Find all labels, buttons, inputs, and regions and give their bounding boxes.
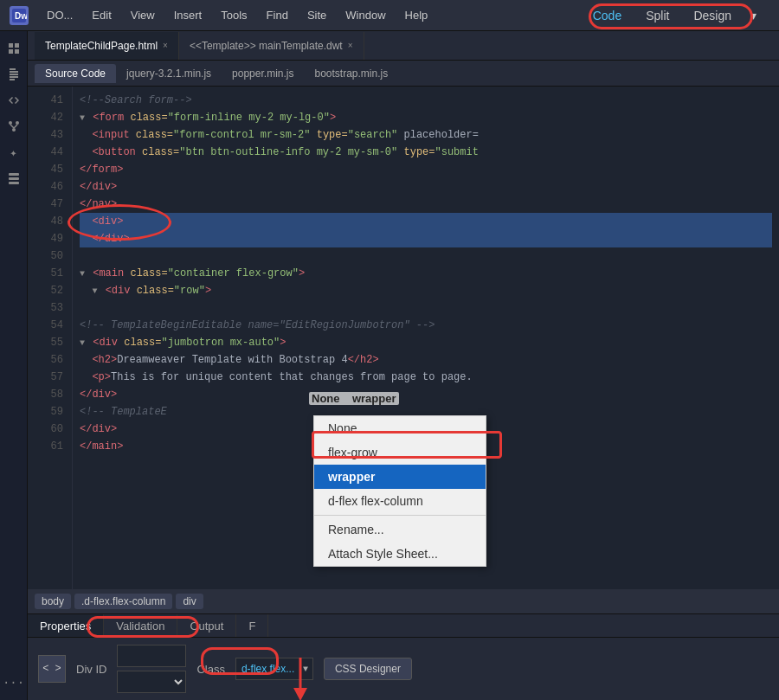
sidebar-icon-files[interactable]: [3, 64, 24, 85]
dropdown-none[interactable]: None: [314, 416, 486, 440]
menu-tools[interactable]: Tools: [212, 5, 255, 25]
attr-43: class=: [136, 129, 173, 141]
sidebar-icon-layers[interactable]: [3, 168, 24, 189]
div-id-select[interactable]: [117, 671, 186, 693]
sidebar-icon-git[interactable]: [3, 116, 24, 137]
div-id-input[interactable]: [117, 645, 186, 667]
status-dflex[interactable]: .d-flex.flex-column: [74, 594, 172, 609]
attr-43b: type=: [317, 129, 348, 141]
attr-55: class=: [124, 337, 161, 349]
code-line-49: </div>: [80, 230, 772, 247]
menu-bar: Dw DO... Edit View Insert Tools Find Sit…: [0, 0, 779, 31]
code-line-47: </nav>: [80, 196, 772, 213]
sidebar-icon-star[interactable]: ✦: [3, 142, 24, 163]
code-line-53: [80, 299, 772, 317]
prop-tab-properties[interactable]: Properties: [28, 614, 104, 637]
linenum-52: 52: [28, 282, 72, 299]
code-view-button[interactable]: Code: [583, 5, 632, 26]
svg-text:Dw: Dw: [15, 11, 27, 21]
prop-tab-f[interactable]: F: [236, 614, 268, 637]
view-dropdown-arrow[interactable]: ▾: [745, 5, 762, 26]
tag-43: <input: [92, 129, 135, 141]
code-line-43: <input class="form-control mr-sm-2" type…: [80, 126, 772, 144]
code-line-46: </div>: [80, 178, 772, 196]
prop-tab-output[interactable]: Output: [177, 614, 236, 637]
prop-tab-validation[interactable]: Validation: [104, 614, 177, 637]
linenum-57: 57: [28, 369, 72, 386]
subtab-bootstrap[interactable]: bootstrap.min.js: [304, 64, 398, 83]
sidebar-icon-code[interactable]: [3, 90, 24, 111]
val-42: "form-inline my-2 my-lg-0": [168, 112, 330, 124]
tab-templatechildpage[interactable]: TemplateChildPage.html ×: [35, 32, 179, 60]
tab-maintemplate[interactable]: <<Template>> mainTemplate.dwt ×: [179, 32, 364, 60]
svg-marker-11: [9, 97, 13, 104]
linenum-43: 43: [28, 126, 72, 144]
status-bar: body .d-flex.flex-column div: [28, 589, 779, 613]
dropdown-rename[interactable]: Rename...: [314, 517, 486, 542]
code-line-57: <p>This is for unique content that chang…: [80, 369, 772, 386]
tag-49: </div>: [92, 233, 129, 245]
code-line-48: <div>: [80, 213, 772, 230]
subtab-jquery[interactable]: jquery-3.2.1.min.js: [116, 64, 222, 83]
menu-insert[interactable]: Insert: [165, 5, 211, 25]
dropdown-d-flex[interactable]: d-flex flex-column: [314, 489, 486, 513]
arrow-55: ▼: [80, 335, 85, 352]
code-line-50: [80, 247, 772, 265]
close-55: >: [280, 337, 286, 349]
menu-view[interactable]: View: [122, 5, 164, 25]
status-div[interactable]: div: [176, 594, 203, 609]
split-view-button[interactable]: Split: [635, 5, 679, 26]
subtab-sourcecode[interactable]: Source Code: [35, 64, 116, 83]
design-view-button[interactable]: Design: [683, 5, 742, 26]
svg-rect-8: [10, 74, 18, 75]
svg-rect-3: [15, 43, 19, 48]
line-numbers: 41 42 43 44 45 46 47 48 49 50 51 52 53 5…: [28, 87, 73, 589]
html-code-button[interactable]: < >: [38, 655, 66, 683]
div-id-label: Div ID: [76, 663, 106, 676]
menu-edit[interactable]: Edit: [83, 5, 119, 25]
val-44: "btn btn-outline-info my-2 my-sm-0": [179, 146, 403, 158]
val-44b: "submit: [435, 146, 479, 158]
code-line-55: ▼ <div class="jumbotron mx-auto">: [80, 334, 772, 351]
arrow-42: ▼: [80, 110, 85, 127]
attr-51: class=: [130, 267, 167, 279]
tag-47: </nav>: [80, 198, 117, 210]
code-line-54: <!-- TemplateBeginEditable name="EditReg…: [80, 317, 772, 334]
menu-site[interactable]: Site: [299, 5, 335, 25]
linenum-61: 61: [28, 438, 72, 455]
linenum-42: 42: [28, 109, 72, 126]
subtab-popper[interactable]: popper.min.js: [222, 64, 304, 83]
attr-52: class=: [137, 285, 174, 297]
menu-help[interactable]: Help: [396, 5, 437, 25]
status-body[interactable]: body: [35, 594, 71, 609]
dropdown-attach[interactable]: Attach Style Sheet...: [314, 542, 486, 566]
text-57: This is for unique content that changes …: [111, 371, 473, 383]
class-select[interactable]: d-flex flex...: [235, 658, 313, 680]
sidebar-icon-home[interactable]: [3, 38, 24, 59]
tag-45: </form>: [80, 164, 123, 176]
sidebar-more[interactable]: ···: [3, 672, 24, 693]
tab-close-1[interactable]: ×: [348, 41, 353, 50]
tag-46: </div>: [80, 181, 117, 193]
class-dropdown-menu[interactable]: None flex-grow wrapper d-flex flex-colum…: [313, 415, 486, 567]
linenum-48: 48: [28, 213, 72, 230]
comment-41: <!--Search form-->: [80, 94, 192, 106]
code-line-41: <!--Search form-->: [80, 92, 772, 109]
div-id-field-wrapper: [117, 645, 186, 693]
tab-label-1: <<Template>> mainTemplate.dwt: [190, 40, 343, 52]
dropdown-flex-grow[interactable]: flex-grow: [314, 440, 486, 465]
linenum-50: 50: [28, 247, 72, 265]
svg-line-16: [10, 125, 14, 128]
menu-find[interactable]: Find: [258, 5, 297, 25]
tab-close-0[interactable]: ×: [163, 41, 168, 50]
css-designer-button[interactable]: CSS Designer: [324, 658, 412, 680]
code-line-42: ▼ <form class="form-inline my-2 my-lg-0"…: [80, 109, 772, 126]
svg-rect-6: [10, 68, 16, 70]
comment-54: <!-- TemplateBeginEditable name="EditReg…: [80, 319, 435, 331]
svg-rect-10: [10, 79, 15, 80]
svg-rect-2: [9, 43, 13, 48]
dropdown-wrapper[interactable]: wrapper: [314, 465, 486, 489]
linenum-44: 44: [28, 144, 72, 161]
tag-51: <main: [93, 267, 130, 279]
menu-window[interactable]: Window: [337, 5, 394, 25]
